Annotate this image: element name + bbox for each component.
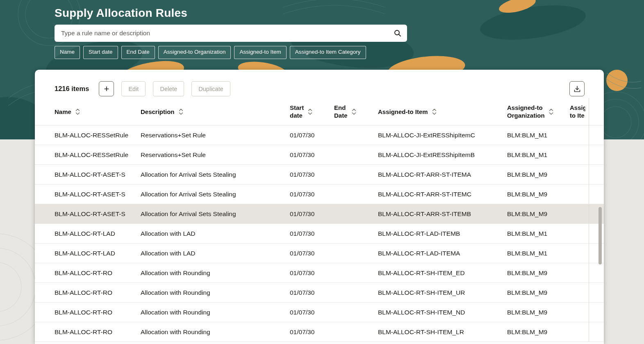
cell-assigned_item_category — [570, 204, 589, 223]
filter-chip[interactable]: Assigned-to Item Category — [290, 46, 366, 59]
delete-button[interactable]: Delete — [153, 81, 184, 96]
column-label: EndDate — [334, 104, 348, 119]
cell-assigned_org: BLM:BLM_M9 — [507, 263, 570, 282]
cell-assigned_org: BLM:BLM_M9 — [507, 185, 570, 204]
table-row[interactable]: BLM-ALLOC-RT-ASET-SAllocation for Arriva… — [35, 204, 604, 224]
cell-description: Allocation for Arrival Sets Stealing — [141, 185, 290, 204]
cell-assigned_item_category — [570, 263, 589, 282]
cell-assigned_item: BLM-ALLOC-RT-SH-ITEM_ND — [378, 303, 507, 322]
cell-start_date: 01/07/30 — [290, 224, 334, 243]
cell-assigned_item: BLM-ALLOC-RT-ARR-ST-ITEMA — [378, 165, 507, 184]
cell-start_date: 01/07/30 — [290, 145, 334, 164]
sort-icon — [179, 108, 183, 115]
search-bar — [55, 25, 407, 42]
table-row[interactable]: BLM-ALLOC-RT-ASET-SAllocation for Arriva… — [35, 165, 604, 185]
filter-chips: NameStart dateEnd DateAssigned-to Organi… — [55, 46, 407, 59]
column-header-assigned_item_category[interactable]: Assigto Ite — [570, 98, 589, 125]
table-row[interactable]: BLM-ALLOC-RESSetRuleReservations+Set Rul… — [35, 125, 604, 145]
cell-name: BLM-ALLOC-RT-ASET-S — [55, 204, 141, 223]
cell-start_date: 01/07/30 — [290, 263, 334, 282]
toolbar: 1216 items + Edit Delete Duplicate — [55, 81, 585, 96]
cell-assigned_item_category — [570, 244, 589, 263]
cell-description: Reservations+Set Rule — [141, 125, 290, 145]
table-row[interactable]: BLM-ALLOC-RT-ROAllocation with Rounding0… — [35, 283, 604, 303]
cell-assigned_item: BLM-ALLOC-RT-ARR-ST-ITEMB — [378, 204, 507, 223]
column-label: Assigto Ite — [570, 104, 585, 119]
cell-assigned_org: BLM:BLM_M1 — [507, 244, 570, 263]
cell-name: BLM-ALLOC-RT-RO — [55, 283, 141, 302]
sort-icon — [352, 108, 356, 115]
cell-assigned_item: BLM-ALLOC-RT-ARR-ST-ITEMC — [378, 185, 507, 204]
table-row[interactable]: BLM-ALLOC-RT-ASET-SAllocation for Arriva… — [35, 185, 604, 204]
download-icon — [573, 85, 581, 93]
cell-assigned_item: BLM-ALLOC-JI-ExtRESShipItemB — [378, 145, 507, 164]
column-label: Description — [141, 108, 175, 116]
cell-assigned_org: BLM:BLM_M1 — [507, 145, 570, 164]
filter-chip[interactable]: End Date — [121, 46, 155, 59]
cell-end_date — [334, 224, 378, 243]
cell-assigned_org: BLM:BLM_M9 — [507, 204, 570, 223]
cell-description: Allocation with LAD — [141, 224, 290, 243]
cell-end_date — [334, 165, 378, 184]
filter-chip[interactable]: Assigned-to Item — [234, 46, 286, 59]
table-row[interactable]: BLM-ALLOC-RT-ROAllocation with Rounding0… — [35, 263, 604, 283]
cell-name: BLM-ALLOC-RT-RO — [55, 263, 141, 282]
edit-button[interactable]: Edit — [121, 81, 146, 96]
table-row[interactable]: BLM-ALLOC-RT-LADAllocation with LAD01/07… — [35, 244, 604, 263]
table-header-row: NameDescriptionStartdateEndDateAssigned-… — [35, 98, 604, 125]
cell-assigned_item: BLM-ALLOC-JI-ExtRESShipItemC — [378, 125, 507, 145]
cell-name: BLM-ALLOC-RT-RO — [55, 303, 141, 322]
table-row[interactable]: BLM-ALLOC-RT-ROAllocation with Rounding0… — [35, 322, 604, 342]
sort-icon — [432, 108, 437, 115]
cell-assigned_item_category — [570, 165, 589, 184]
cell-start_date: 01/07/30 — [290, 303, 334, 322]
cell-name: BLM-ALLOC-RESSetRule — [55, 145, 141, 164]
add-button[interactable]: + — [99, 81, 114, 96]
column-header-start_date[interactable]: Startdate — [290, 98, 334, 125]
table-row[interactable]: BLM-ALLOC-RT-ROAllocation with Rounding0… — [35, 303, 604, 322]
cell-start_date: 01/07/30 — [290, 204, 334, 223]
cell-end_date — [334, 145, 378, 164]
cell-assigned_org: BLM:BLM_M1 — [507, 125, 570, 145]
cell-description: Allocation with Rounding — [141, 322, 290, 342]
table-row[interactable]: BLM-ALLOC-RT-LADAllocation with LAD01/07… — [35, 224, 604, 244]
cell-description: Allocation for Arrival Sets Stealing — [141, 165, 290, 184]
cell-description: Reservations+Set Rule — [141, 145, 290, 164]
cell-name: BLM-ALLOC-RESSetRule — [55, 125, 141, 145]
cell-assigned_item_category — [570, 283, 589, 302]
column-header-end_date[interactable]: EndDate — [334, 98, 378, 125]
page-header: Supply Allocation Rules NameStart dateEn… — [55, 0, 407, 59]
scrollbar-thumb[interactable] — [598, 207, 602, 264]
cell-start_date: 01/07/30 — [290, 283, 334, 302]
filter-chip[interactable]: Assigned-to Organization — [158, 46, 231, 59]
download-button[interactable] — [569, 81, 585, 96]
duplicate-button[interactable]: Duplicate — [191, 81, 230, 96]
cell-start_date: 01/07/30 — [290, 244, 334, 263]
plus-icon: + — [104, 84, 109, 93]
column-header-assigned_item[interactable]: Assigned-to Item — [378, 98, 507, 125]
page-title: Supply Allocation Rules — [55, 7, 407, 20]
cell-assigned_org: BLM:BLM_M9 — [507, 165, 570, 184]
cell-end_date — [334, 322, 378, 342]
cell-description: Allocation with LAD — [141, 244, 290, 263]
cell-assigned_item: BLM-ALLOC-RT-LAD-ITEMA — [378, 244, 507, 263]
table-row[interactable]: BLM-ALLOC-RESSetRuleReservations+Set Rul… — [35, 145, 604, 165]
table-body: BLM-ALLOC-RESSetRuleReservations+Set Rul… — [35, 125, 604, 342]
column-header-assigned_org[interactable]: Assigned-toOrganization — [507, 98, 570, 125]
cell-assigned_item: BLM-ALLOC-RT-SH-ITEM_LR — [378, 322, 507, 342]
search-input[interactable] — [55, 25, 388, 42]
cell-description: Allocation for Arrival Sets Stealing — [141, 204, 290, 223]
items-count-label: 1216 items — [55, 85, 89, 93]
filter-chip[interactable]: Start date — [83, 46, 118, 59]
cell-description: Allocation with Rounding — [141, 303, 290, 322]
column-header-name[interactable]: Name — [55, 98, 141, 125]
cell-name: BLM-ALLOC-RT-RO — [55, 322, 141, 342]
cell-description: Allocation with Rounding — [141, 263, 290, 282]
cell-assigned_org: BLM:BLM_M9 — [507, 303, 570, 322]
search-icon — [394, 29, 402, 37]
cell-end_date — [334, 185, 378, 204]
column-header-description[interactable]: Description — [141, 98, 290, 125]
filter-chip[interactable]: Name — [55, 46, 80, 59]
cell-start_date: 01/07/30 — [290, 185, 334, 204]
search-button[interactable] — [388, 25, 407, 42]
